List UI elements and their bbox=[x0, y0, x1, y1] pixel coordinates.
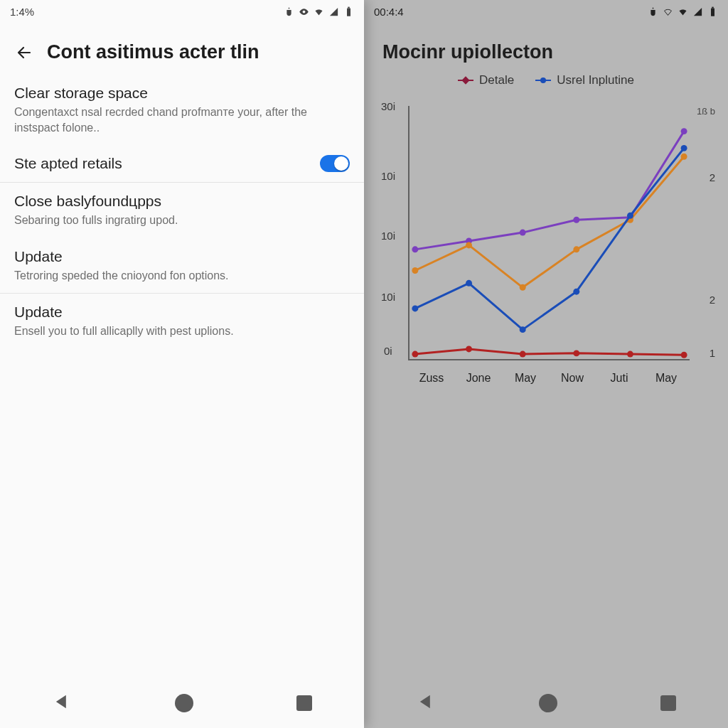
svg-rect-3 bbox=[711, 8, 714, 16]
right-tick: 1 bbox=[710, 347, 715, 359]
svg-point-22 bbox=[681, 145, 687, 151]
legend-label: Usrel Inplutine bbox=[557, 73, 634, 87]
chart-pane: 00:4:4 Mocinr upiollecton Detale Usrel I… bbox=[364, 0, 728, 728]
svg-point-14 bbox=[573, 246, 579, 252]
xtick-label: May bbox=[502, 372, 549, 385]
battery-icon bbox=[343, 6, 354, 17]
settings-list: Clear storage space Congentaxct nsal rec… bbox=[0, 75, 364, 728]
item-title: Update bbox=[14, 248, 350, 265]
svg-point-24 bbox=[466, 346, 472, 352]
nav-home-button[interactable] bbox=[539, 694, 557, 712]
svg-point-20 bbox=[573, 289, 579, 295]
status-bar: 00:4:4 bbox=[364, 0, 728, 23]
item-close-apps[interactable]: Close baslyfoundцpps Sebaring too fulls … bbox=[0, 183, 364, 238]
nav-back-button[interactable] bbox=[52, 692, 72, 714]
wifi-icon bbox=[314, 6, 324, 17]
bug-icon bbox=[284, 6, 294, 17]
header: Cont asitimus acter tlin bbox=[0, 23, 364, 75]
status-icons bbox=[284, 6, 354, 17]
svg-point-10 bbox=[681, 128, 687, 134]
legend-item-detale: Detale bbox=[458, 73, 514, 87]
nav-bar bbox=[364, 678, 728, 728]
right-axis: 1ß b 2 2 1 bbox=[691, 106, 718, 360]
item-update-2[interactable]: Update Ensell you to full allicaplly wit… bbox=[0, 294, 364, 349]
item-title: Close baslyfoundцpps bbox=[14, 193, 350, 210]
wifi-outline-icon bbox=[663, 6, 673, 17]
xtick-label: Juti bbox=[596, 372, 643, 385]
item-update-1[interactable]: Update Tetroring speded the cnioyond fon… bbox=[0, 238, 364, 294]
item-subtitle: Tetroring speded the cnioyond fon option… bbox=[14, 268, 350, 284]
nav-back-button[interactable] bbox=[416, 692, 436, 714]
svg-point-11 bbox=[412, 267, 418, 274]
xtick-label: Now bbox=[549, 372, 596, 385]
svg-point-23 bbox=[412, 351, 418, 358]
chart: 30i 10i 10i 10i 0i 1ß b 2 2 1 Zuss Jone … bbox=[374, 93, 718, 392]
item-title: Update bbox=[14, 304, 350, 321]
item-clear-storage[interactable]: Clear storage space Congentaxct nsal rec… bbox=[0, 75, 364, 145]
chart-lines bbox=[410, 106, 690, 359]
settings-pane: 1:4% Cont asitimus acter tlin Clear stor… bbox=[0, 0, 364, 728]
back-button[interactable] bbox=[14, 43, 34, 63]
item-subtitle: Congentaxct nsal recrded chand profmanтe… bbox=[14, 105, 350, 135]
xtick-label: Jone bbox=[455, 372, 502, 385]
axis-note: 1ß b bbox=[697, 106, 715, 117]
xtick-label: May bbox=[643, 372, 690, 385]
right-tick: 2 bbox=[710, 171, 715, 183]
svg-rect-2 bbox=[348, 6, 350, 8]
wifi-icon bbox=[678, 6, 688, 17]
item-subtitle: Ensell you to full allicaplly with pest … bbox=[14, 323, 350, 339]
svg-point-18 bbox=[466, 280, 472, 287]
toggle-switch[interactable] bbox=[320, 155, 350, 172]
item-ste-apted[interactable]: Ste apted retails bbox=[0, 145, 364, 183]
ytick-label: 10i bbox=[381, 230, 395, 242]
svg-point-19 bbox=[520, 326, 526, 333]
nav-bar bbox=[0, 678, 364, 728]
item-title: Clear storage space bbox=[14, 85, 350, 102]
plot-area bbox=[408, 106, 690, 360]
svg-point-25 bbox=[520, 351, 526, 358]
svg-point-5 bbox=[412, 246, 418, 252]
nav-recent-button[interactable] bbox=[660, 695, 676, 711]
svg-point-16 bbox=[681, 154, 687, 160]
right-tick: 2 bbox=[710, 294, 715, 306]
battery-icon bbox=[707, 6, 718, 17]
eye-icon bbox=[299, 6, 309, 17]
svg-point-8 bbox=[573, 217, 579, 223]
ytick-label: 0i bbox=[384, 345, 392, 357]
svg-point-28 bbox=[681, 352, 687, 358]
arrow-left-icon bbox=[16, 44, 33, 61]
item-subtitle: Sebaring too fulls ingratirg upod. bbox=[14, 213, 350, 228]
clock-text: 1:4% bbox=[10, 6, 34, 18]
x-axis-ticks: Zuss Jone May Now Juti May bbox=[408, 372, 690, 385]
triangle-back-icon bbox=[416, 692, 436, 712]
item-title: Ste apted retails bbox=[14, 155, 122, 172]
svg-point-26 bbox=[573, 350, 579, 356]
svg-point-7 bbox=[520, 230, 526, 236]
svg-point-21 bbox=[627, 213, 633, 219]
legend-marker-icon bbox=[535, 80, 551, 81]
nav-home-button[interactable] bbox=[175, 694, 193, 712]
chart-legend: Detale Usrel Inplutine bbox=[364, 73, 728, 87]
bug-icon bbox=[648, 6, 658, 17]
ytick-label: 30i bbox=[381, 100, 395, 112]
clock-text: 00:4:4 bbox=[374, 6, 404, 18]
ytick-label: 10i bbox=[381, 170, 395, 182]
nav-recent-button[interactable] bbox=[296, 695, 312, 711]
svg-point-12 bbox=[466, 242, 472, 248]
legend-marker-icon bbox=[458, 80, 473, 81]
signal-icon bbox=[328, 6, 339, 17]
xtick-label: Zuss bbox=[408, 372, 455, 385]
header: Mocinr upiollecton bbox=[364, 23, 728, 69]
svg-point-0 bbox=[303, 10, 306, 13]
svg-point-27 bbox=[627, 351, 633, 358]
svg-rect-4 bbox=[712, 6, 714, 8]
status-bar: 1:4% bbox=[0, 0, 364, 23]
svg-point-17 bbox=[412, 305, 418, 311]
triangle-back-icon bbox=[52, 692, 72, 712]
legend-item-usrel: Usrel Inplutine bbox=[535, 73, 634, 87]
ytick-label: 10i bbox=[381, 291, 395, 303]
svg-rect-1 bbox=[347, 8, 350, 16]
page-title: Mocinr upiollecton bbox=[382, 41, 714, 63]
signal-icon bbox=[692, 6, 703, 17]
svg-point-13 bbox=[520, 284, 526, 291]
